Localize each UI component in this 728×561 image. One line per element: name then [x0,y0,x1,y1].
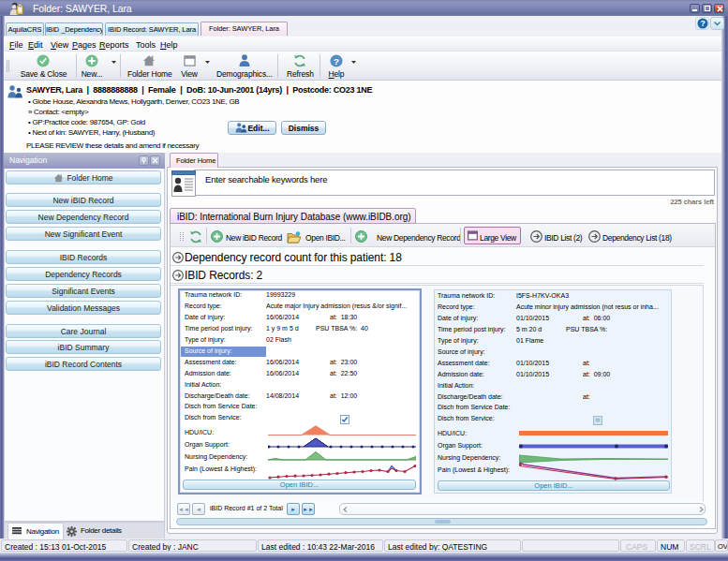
svg-text:?: ? [334,56,339,66]
svg-text:?: ? [700,19,705,28]
